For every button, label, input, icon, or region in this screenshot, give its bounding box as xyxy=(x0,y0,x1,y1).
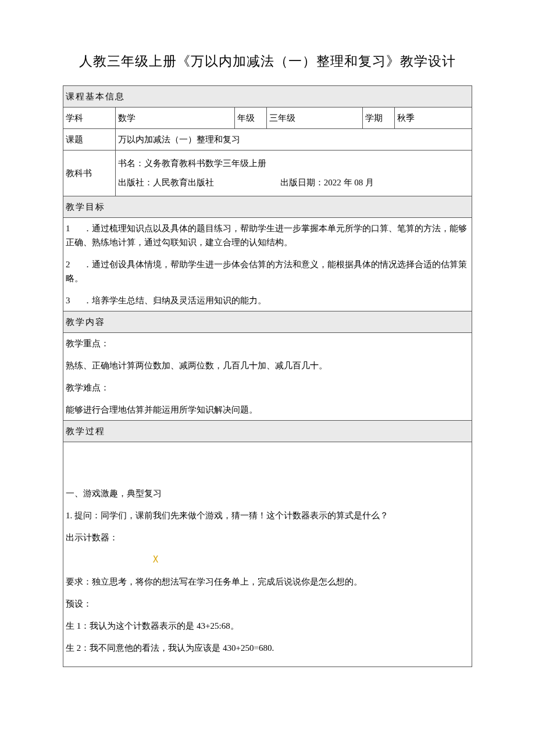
section-basic-info: 课程基本信息 xyxy=(63,85,472,107)
info-table: 课程基本信息 学科 数学 年级 三年级 学期 秋季 课题 万以内加减法（一）整理… xyxy=(63,85,472,667)
section-header-label: 课程基本信息 xyxy=(63,85,472,107)
focus-label: 教学重点： xyxy=(66,336,469,350)
process-line-7: 生 2：我不同意他的看法，我认为应该是 430+250=680. xyxy=(66,641,469,655)
section-process: 教学过程 xyxy=(63,420,472,442)
publisher-row: 出版社：人民教育出版社 出版日期：2022 年 08 月 xyxy=(118,173,469,192)
value-term: 秋季 xyxy=(395,107,472,128)
value-textbook: 书名：义务教育教科书数学三年级上册 出版社：人民教育出版社 出版日期：2022 … xyxy=(116,150,472,196)
row-subject: 学科 数学 年级 三年级 学期 秋季 xyxy=(63,107,472,128)
label-textbook: 教科书 xyxy=(63,150,116,196)
process-line-1: 一、游戏激趣，典型复习 xyxy=(66,486,469,500)
row-textbook: 教科书 书名：义务教育教科书数学三年级上册 出版社：人民教育出版社 出版日期：2… xyxy=(63,150,472,196)
label-subject: 学科 xyxy=(63,107,116,128)
spacer xyxy=(66,446,469,486)
page: 人教三年级上册《万以内加减法（一）整理和复习》教学设计 课程基本信息 学科 数学… xyxy=(0,0,535,756)
section-header-label: 教学内容 xyxy=(63,311,472,332)
goal-1-text: ．通过梳理知识点以及具体的题目练习，帮助学生进一步掌握本单元所学的口算、笔算的方… xyxy=(66,224,467,247)
goal-1-num: 1 xyxy=(66,224,70,233)
process-cell: 一、游戏激趣，典型复习 1. 提问：同学们，课前我们先来做个游戏，猜一猜！这个计… xyxy=(63,442,472,667)
label-term: 学期 xyxy=(363,107,395,128)
publisher: 出版社：人民教育出版社 xyxy=(118,178,214,187)
content-cell: 教学重点： 熟练、正确地计算两位数加、减两位数，几百几十加、减几百几十。 教学难… xyxy=(63,332,472,420)
value-grade: 三年级 xyxy=(267,107,363,128)
book-name: 书名：义务教育教科书数学三年级上册 xyxy=(118,154,469,173)
goal-2: 2 ．通过创设具体情境，帮助学生进一步体会估算的方法和意义，能根据具体的情况选择… xyxy=(66,257,469,285)
section-header-label: 教学过程 xyxy=(63,420,472,442)
publish-date: 出版日期：2022 年 08 月 xyxy=(280,173,374,192)
difficulty-text: 能够进行合理地估算并能运用所学知识解决问题。 xyxy=(66,403,469,417)
row-process: 一、游戏激趣，典型复习 1. 提问：同学们，课前我们先来做个游戏，猜一猜！这个计… xyxy=(63,442,472,667)
section-goals: 教学目标 xyxy=(63,196,472,217)
counter-placeholder-icon: X xyxy=(153,553,469,567)
process-line-2: 1. 提问：同学们，课前我们先来做个游戏，猜一猜！这个计数器表示的算式是什么？ xyxy=(66,508,469,522)
label-topic: 课题 xyxy=(63,128,116,150)
goal-1: 1 ．通过梳理知识点以及具体的题目练习，帮助学生进一步掌握本单元所学的口算、笔算… xyxy=(66,221,469,249)
row-content: 教学重点： 熟练、正确地计算两位数加、减两位数，几百几十加、减几百几十。 教学难… xyxy=(63,332,472,420)
goal-2-num: 2 xyxy=(66,260,70,269)
value-subject: 数学 xyxy=(116,107,235,128)
goal-2-text: ．通过创设具体情境，帮助学生进一步体会估算的方法和意义，能根据具体的情况选择合适… xyxy=(66,260,467,283)
section-header-label: 教学目标 xyxy=(63,196,472,217)
process-line-3: 出示计数器： xyxy=(66,531,469,544)
difficulty-label: 教学难点： xyxy=(66,381,469,395)
goal-3: 3 ．培养学生总结、归纳及灵活运用知识的能力。 xyxy=(66,293,469,307)
goals-cell: 1 ．通过梳理知识点以及具体的题目练习，帮助学生进一步掌握本单元所学的口算、笔算… xyxy=(63,217,472,311)
row-topic: 课题 万以内加减法（一）整理和复习 xyxy=(63,128,472,150)
process-line-6: 生 1：我认为这个计数器表示的是 43+25:68。 xyxy=(66,619,469,633)
label-grade: 年级 xyxy=(235,107,267,128)
process-line-5: 预设： xyxy=(66,597,469,611)
section-content: 教学内容 xyxy=(63,311,472,332)
goal-3-text: ．培养学生总结、归纳及灵活运用知识的能力。 xyxy=(83,296,266,305)
row-goals: 1 ．通过梳理知识点以及具体的题目练习，帮助学生进一步掌握本单元所学的口算、笔算… xyxy=(63,217,472,311)
value-topic: 万以内加减法（一）整理和复习 xyxy=(116,128,472,150)
focus-text: 熟练、正确地计算两位数加、减两位数，几百几十加、减几百几十。 xyxy=(66,359,469,372)
goal-3-num: 3 xyxy=(66,296,70,305)
process-line-4: 要求：独立思考，将你的想法写在学习任务单上，完成后说说你是怎么想的。 xyxy=(66,575,469,589)
document-title: 人教三年级上册《万以内加减法（一）整理和复习》教学设计 xyxy=(63,51,472,73)
